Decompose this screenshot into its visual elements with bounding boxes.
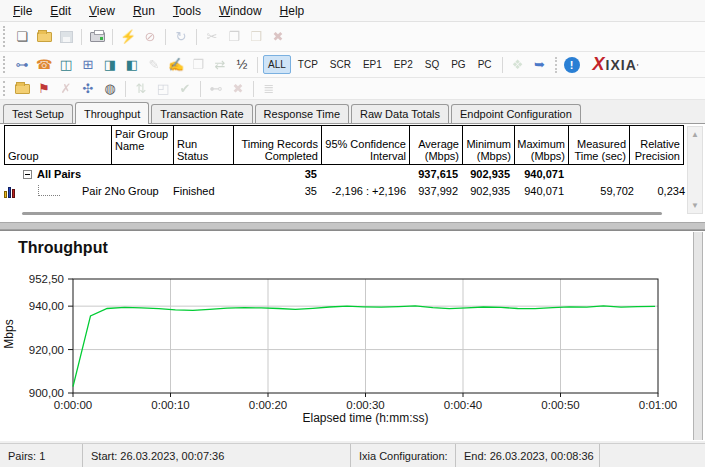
menu-file[interactable]: File [4,1,41,21]
edit-pair-icon[interactable]: ✎ [144,56,164,74]
tab-strip: Test SetupThroughputTransaction RateResp… [0,100,705,123]
toolbar-gripper[interactable] [3,56,6,74]
column-header-run-status[interactable]: Run Status [173,125,234,165]
column-header-maximum[interactable]: Maximum (Mbps) [514,125,569,165]
throughput-chart-panel: Throughput Mbps 952,50940,00920,00900,00… [0,230,705,441]
abort-test-icon[interactable]: ✗ [56,80,76,98]
open-test-icon[interactable] [34,28,54,46]
menu-bar: FileEditViewRunToolsWindowHelp [0,0,705,22]
column-header-group[interactable]: Group [4,125,112,165]
stop-test-icon[interactable]: ⊘ [140,28,160,46]
apply-pair-icon[interactable]: ✔ [175,80,195,98]
column-header-average[interactable]: Average (Mbps) [409,125,463,165]
toolbar-gripper[interactable] [3,26,6,46]
table-row-pair-2[interactable]: Pair 2 No Group Finished 35 -2,196 : +2,… [0,185,688,202]
new-test-icon[interactable]: ❏ [12,28,32,46]
cut-icon[interactable]: ✂ [202,28,222,46]
filter-pc-button[interactable]: PC [473,55,497,74]
pairs-map-icon[interactable]: ✣ [78,80,98,98]
run-test-icon[interactable]: ⚡ [118,28,138,46]
add-pair-group-icon[interactable]: ⊞ [78,56,98,74]
svg-text:0:00:10: 0:00:10 [151,399,189,411]
collapse-icon[interactable] [23,170,32,179]
toolbar-standard: ❏⚡⊘↻✂❐❒✖ [0,22,705,52]
pair-chart-icon [4,186,17,198]
add-multicast-group-icon[interactable]: ◧ [122,56,142,74]
add-console-icon[interactable]: ❖ [508,56,528,74]
panel-splitter[interactable] [0,222,705,230]
move-pair-up-icon[interactable]: ⇅ [131,80,151,98]
edit-run-options-icon[interactable]: ✍ [166,56,186,74]
horizontal-scrollbar[interactable] [22,212,662,215]
menu-tools[interactable]: Tools [164,1,210,21]
about-ixia-icon[interactable]: ! [562,56,582,74]
timing-records-value: 35 [233,168,317,180]
column-header-pair-group[interactable]: Pair Group Name [111,125,174,165]
tab-test-setup[interactable]: Test Setup [3,104,73,123]
minimum-value: 902,935 [462,185,510,197]
tab-response-time[interactable]: Response Time [255,104,349,123]
toolbar-separator [555,57,557,73]
delete-icon[interactable]: ✖ [268,28,288,46]
link-pairs-icon[interactable]: ⊷ [206,80,226,98]
unlink-pairs-icon[interactable]: ✖ [228,80,248,98]
add-video-stream-icon[interactable]: ◨ [100,56,120,74]
status-spacer [600,444,705,467]
save-test-icon[interactable] [56,28,76,46]
toolbar-test: ⚑✗✣◍⇅◰✔⊷✖≣ [0,78,705,100]
svg-text:0:00:30: 0:00:30 [346,399,384,411]
chart-scrollbar-track[interactable] [693,232,703,440]
svg-text:0:00:20: 0:00:20 [249,399,287,411]
scroll-down-icon[interactable]: ▼ [688,198,702,213]
menu-view[interactable]: View [80,1,124,21]
renumber-pairs-icon[interactable]: ½ [232,56,252,74]
filter-tcp-button[interactable]: TCP [293,55,323,74]
toolbar-pairs: ⊶☎◫⊞◨◧✎✍❐⇄½ALLTCPSCREP1EP2SQPGPC❖➥!XIXIA… [0,52,705,78]
vertical-scrollbar[interactable]: ▲ ▼ [687,126,703,214]
add-voip-pair-icon[interactable]: ☎ [34,56,54,74]
add-video-pair-icon[interactable]: ◫ [56,56,76,74]
refresh-icon[interactable]: ↻ [171,28,191,46]
toolbar-gripper[interactable] [3,81,6,96]
copy-icon[interactable]: ❐ [224,28,244,46]
menu-help[interactable]: Help [271,1,314,21]
filter-scr-button[interactable]: SCR [325,55,356,74]
tab-throughput[interactable]: Throughput [75,102,149,124]
replicate-pair-icon[interactable]: ❐ [188,56,208,74]
maximum-value: 940,071 [514,185,564,197]
compare-results-icon[interactable]: ⚑ [34,80,54,98]
svg-text:0:00:40: 0:00:40 [444,399,482,411]
filter-ep2-button[interactable]: EP2 [389,55,418,74]
menu-edit[interactable]: Edit [41,1,80,21]
table-row-all-pairs[interactable]: All Pairs 35 937,615 902,935 940,071 [0,168,688,185]
toolbar-separator [196,29,197,45]
add-pair-icon[interactable]: ⊶ [12,56,32,74]
stack-windows-icon[interactable]: ≣ [259,80,279,98]
print-icon[interactable] [87,28,107,46]
filter-all-button[interactable]: ALL [263,55,291,74]
tab-transaction-rate[interactable]: Transaction Rate [151,104,252,123]
menu-window[interactable]: Window [210,1,271,21]
paste-icon[interactable]: ❒ [246,28,266,46]
export-results-icon[interactable]: ➥ [530,56,550,74]
column-header-minimum[interactable]: Minimum (Mbps) [462,125,515,165]
menu-run[interactable]: Run [124,1,164,21]
filter-pg-button[interactable]: PG [446,55,470,74]
zoom-pair-icon[interactable]: ◰ [153,80,173,98]
test-wizard-icon[interactable] [12,80,32,98]
tab-endpoint-configuration[interactable]: Endpoint Configuration [451,104,581,123]
filter-ep1-button[interactable]: EP1 [358,55,387,74]
scroll-up-icon[interactable]: ▲ [688,127,702,142]
ixia-logo: XIXIA' [593,54,639,75]
filter-sq-button[interactable]: SQ [420,55,444,74]
swap-endpoints-icon[interactable]: ⇄ [210,56,230,74]
poll-endpoints-icon[interactable]: ◍ [100,80,120,98]
column-header-measured[interactable]: Measured Time (sec) [568,125,630,165]
toolbar-separator [81,29,82,45]
toolbar-separator [502,57,503,73]
tab-raw-data-totals[interactable]: Raw Data Totals [351,104,449,123]
column-header-95-confidence[interactable]: 95% Confidence Interval [321,125,410,165]
column-header-timing-records[interactable]: Timing Records Completed [233,125,322,165]
toolbar-separator [200,81,201,97]
column-header-relative[interactable]: Relative Precision [629,125,684,165]
